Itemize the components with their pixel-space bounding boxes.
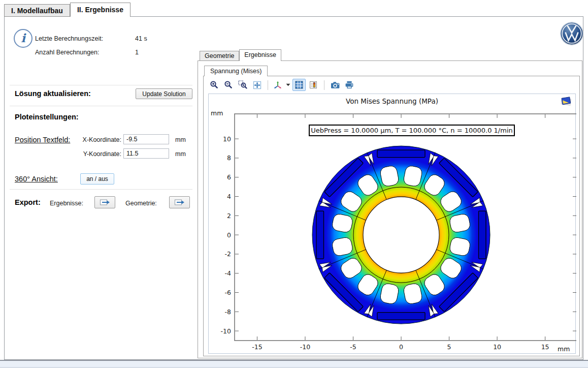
magnet-slot — [479, 211, 486, 259]
export-geometry-button[interactable] — [169, 196, 190, 208]
zoom-box-icon — [238, 80, 248, 89]
camera-icon — [331, 81, 340, 89]
x-tick-label: 5 — [447, 343, 451, 351]
grid-icon — [295, 81, 303, 89]
y-tick-label: -2 — [225, 250, 231, 258]
y-coordinate-input[interactable] — [123, 148, 169, 159]
content-panel: i Letzte Berechnungszeit: 41 s Anzahl Be… — [4, 16, 583, 360]
x-tick-label: -10 — [300, 343, 310, 351]
parameter-annotation: UebPress = 10.0000 µm, T = 100.000 °C, n… — [309, 125, 515, 136]
view-orientation-dropdown[interactable] — [284, 79, 291, 91]
y-tick-label: -10 — [221, 327, 231, 335]
last-computation-value: 41 s — [135, 35, 147, 42]
export-results-label: Ergebnisse: — [50, 200, 83, 207]
tab-ergebnisse[interactable]: II. Ergebnisse — [70, 3, 130, 17]
x-tick-label: 10 — [493, 343, 501, 351]
snapshot-button[interactable] — [329, 79, 342, 91]
toolbar-separator — [268, 80, 268, 90]
view-orientation-button[interactable] — [272, 79, 283, 91]
y-tick-label: -6 — [225, 289, 232, 296]
zoom-out-button[interactable] — [222, 79, 235, 91]
export-icon — [174, 198, 185, 206]
color-legend-button[interactable] — [307, 79, 320, 91]
tab-modellaufbau[interactable]: I. Modellaufbau — [4, 4, 70, 17]
window-bottom-strip — [0, 361, 588, 368]
plot-panel: Von Mises Spannung (MPa) mm mm — [203, 76, 580, 356]
plot-settings-heading: Ploteinstellungen: — [15, 113, 79, 121]
y-tick-label: 10 — [223, 135, 231, 143]
view-360-label: 360° Ansicht: — [15, 175, 58, 183]
x-tick-label: 15 — [541, 343, 549, 351]
x-tick-label: 0 — [399, 343, 403, 351]
result-tabbar: Geometrie Ergebnisse — [200, 49, 281, 61]
plot-title: Von Mises Spannung (MPa) — [209, 97, 575, 105]
grid-toggle-button[interactable] — [292, 79, 306, 91]
tab-spannung-mises[interactable]: Spannung (Mises) — [204, 66, 268, 76]
zoom-box-button[interactable] — [236, 79, 249, 91]
y-tick-label: -8 — [225, 308, 232, 316]
results-panel: Spannung (Mises) — [198, 60, 582, 358]
y-tick-label: 4 — [227, 193, 231, 200]
shaft-bore — [363, 197, 439, 273]
export-icon — [100, 198, 111, 206]
zoom-in-icon — [210, 80, 219, 89]
zoom-out-icon — [224, 80, 233, 89]
tab-ergebnisse-inner[interactable]: Ergebnisse — [239, 49, 281, 61]
x-tick-label: -15 — [252, 343, 262, 351]
x-unit-label: mm — [175, 136, 186, 143]
toolbar-separator — [324, 80, 324, 90]
zoom-extents-icon — [253, 81, 262, 89]
y-tick-label: 2 — [227, 212, 231, 220]
computation-count-label: Anzahl Berechnungen: — [35, 49, 99, 56]
y-tick-label: 8 — [227, 154, 231, 162]
solution-heading: Lösung aktualisieren: — [15, 89, 91, 98]
x-tick-label: -5 — [350, 343, 356, 351]
vw-logo — [560, 22, 583, 47]
separator — [10, 106, 192, 106]
chevron-down-icon — [286, 83, 290, 86]
graphics-area[interactable]: Von Mises Spannung (MPa) mm mm — [208, 94, 576, 354]
y-tick-label: 0 — [227, 231, 231, 239]
export-heading: Export: — [15, 198, 41, 206]
rotor-cross-section — [312, 146, 490, 324]
separator — [10, 189, 192, 190]
print-button[interactable] — [343, 79, 356, 91]
tab-geometrie[interactable]: Geometrie — [200, 51, 239, 61]
y-axis-unit: mm — [211, 109, 223, 117]
last-computation-label: Letzte Berechnungszeit: — [35, 35, 103, 42]
y-tick-label: -4 — [225, 269, 232, 277]
position-textfield-label: Position Textfeld: — [15, 136, 70, 144]
separator — [10, 85, 192, 85]
main-tabbar: I. Modellaufbau II. Ergebnisse — [4, 3, 130, 17]
info-icon: i — [14, 29, 32, 48]
comsol-plot-icon — [560, 96, 572, 109]
export-geometry-label: Geometrie: — [125, 200, 157, 207]
y-tick-label: 6 — [227, 173, 231, 181]
y-unit-label: mm — [175, 150, 186, 158]
zoom-in-button[interactable] — [208, 79, 221, 91]
toggle-360-button[interactable]: an / aus — [80, 173, 114, 185]
y-coordinate-label: Y-Koordinate: — [66, 150, 121, 158]
x-axis-unit: mm — [558, 345, 570, 353]
magnet-slot — [377, 150, 425, 158]
color-legend-icon — [309, 81, 317, 89]
printer-icon — [345, 81, 354, 89]
magnet-slot — [377, 313, 425, 320]
zoom-extents-button[interactable] — [250, 79, 264, 91]
export-results-button[interactable] — [94, 196, 115, 208]
x-coordinate-label: X-Koordinate: — [66, 136, 121, 143]
x-coordinate-input[interactable] — [123, 134, 169, 144]
view-orientation-icon — [273, 81, 283, 89]
update-solution-button[interactable]: Update Solution — [136, 88, 192, 99]
plot-toolbar — [208, 78, 356, 92]
computation-count-value: 1 — [135, 49, 139, 56]
magnet-slot — [316, 211, 324, 259]
